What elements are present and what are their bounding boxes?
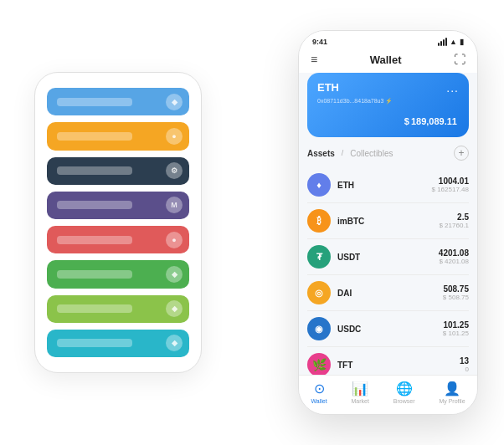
asset-name: USDC — [337, 325, 443, 334]
browser-nav-label: Browser — [393, 398, 415, 404]
list-item[interactable]: M — [47, 192, 189, 219]
phone-content: ETH ... 0x08711d3b...8418a78u3 ⚡ $189,08… — [299, 73, 477, 375]
phone-header: ≡ Wallet ⛶ — [299, 49, 477, 73]
asset-values: 4201.08 $ 4201.08 — [439, 248, 469, 265]
asset-info: USDC — [337, 325, 443, 334]
row-icon: ● — [166, 232, 183, 248]
row-icon: ◆ — [166, 94, 183, 110]
row-text — [57, 339, 132, 347]
list-item[interactable]: ◆ — [47, 88, 189, 115]
tab-assets[interactable]: Assets — [307, 149, 335, 158]
asset-name: imBTC — [337, 217, 439, 226]
usdc-icon: ◉ — [307, 317, 331, 340]
add-asset-button[interactable]: + — [454, 146, 469, 161]
table-row[interactable]: ◉ USDC 101.25 $ 101.25 — [307, 311, 469, 347]
scan-icon[interactable]: ⛶ — [454, 53, 465, 66]
wallet-nav-label: Wallet — [311, 398, 327, 404]
row-text — [57, 201, 132, 209]
row-icon: ◆ — [166, 266, 183, 283]
status-bar: 9:41 ▲ ▮ — [299, 31, 477, 49]
eth-card[interactable]: ETH ... 0x08711d3b...8418a78u3 ⚡ $189,08… — [307, 73, 469, 137]
asset-name: DAI — [337, 289, 443, 298]
wifi-icon: ▲ — [450, 38, 457, 46]
asset-name: ETH — [337, 181, 432, 190]
asset-usd: $ 508.75 — [443, 294, 469, 301]
row-icon: ⚙ — [166, 162, 183, 179]
tab-collectibles[interactable]: Collectibles — [350, 149, 393, 158]
asset-info: USDT — [337, 253, 439, 262]
asset-values: 101.25 $ 101.25 — [443, 320, 469, 337]
row-icon: ◆ — [166, 300, 183, 317]
front-phone: 9:41 ▲ ▮ ≡ Wallet ⛶ ETH — [298, 30, 478, 415]
market-nav-icon: 📊 — [352, 381, 368, 396]
asset-amount: 2.5 — [439, 212, 469, 222]
asset-amount: 1004.01 — [432, 176, 470, 186]
row-icon: ◆ — [166, 335, 183, 351]
list-item[interactable]: ◆ — [47, 260, 189, 288]
asset-usd: $ 101.25 — [443, 330, 469, 337]
asset-info: ETH — [337, 181, 432, 190]
nav-item-profile[interactable]: 👤 My Profile — [439, 381, 465, 404]
profile-nav-icon: 👤 — [444, 381, 460, 396]
nav-item-market[interactable]: 📊 Market — [352, 381, 369, 404]
wallet-nav-icon: ⊙ — [314, 381, 325, 396]
signal-icon — [438, 38, 447, 46]
asset-values: 508.75 $ 508.75 — [443, 284, 469, 301]
table-row[interactable]: 🌿 TFT 13 0 — [307, 347, 469, 375]
table-row[interactable]: ◎ DAI 508.75 $ 508.75 — [307, 275, 469, 311]
battery-icon: ▮ — [460, 38, 464, 46]
dai-icon: ◎ — [307, 281, 331, 304]
nav-item-wallet[interactable]: ⊙ Wallet — [311, 381, 327, 404]
row-text — [57, 98, 132, 106]
row-text — [57, 166, 132, 175]
list-item[interactable]: ◆ — [47, 330, 189, 357]
imbtc-icon: ₿ — [307, 209, 331, 233]
list-item[interactable]: ● — [47, 122, 189, 150]
table-row[interactable]: ♦ ETH 1004.01 $ 162517.48 — [307, 167, 469, 203]
asset-values: 13 0 — [460, 356, 469, 373]
market-nav-label: Market — [352, 398, 369, 404]
assets-tabs: Assets / Collectibles — [307, 149, 393, 158]
eth-card-title: ETH — [317, 81, 339, 94]
asset-values: 1004.01 $ 162517.48 — [432, 176, 470, 193]
list-item[interactable]: ⚙ — [47, 157, 189, 185]
asset-amount: 13 — [460, 356, 469, 366]
eth-card-balance: $189,089.11 — [317, 111, 459, 129]
menu-icon[interactable]: ≡ — [311, 53, 317, 66]
row-text — [57, 304, 132, 313]
eth-card-address: 0x08711d3b...8418a78u3 ⚡ — [317, 98, 459, 105]
asset-usd: $ 21760.1 — [439, 222, 469, 229]
row-text — [57, 270, 132, 279]
asset-usd: $ 4201.08 — [439, 258, 469, 265]
asset-info: DAI — [337, 289, 443, 298]
bottom-nav: ⊙ Wallet 📊 Market 🌐 Browser 👤 My Profile — [299, 375, 477, 414]
row-text — [57, 132, 132, 141]
asset-usd: 0 — [460, 366, 469, 373]
eth-card-top: ETH ... — [317, 81, 459, 95]
row-text — [57, 236, 132, 244]
status-time: 9:41 — [312, 38, 327, 46]
asset-values: 2.5 $ 21760.1 — [439, 212, 469, 229]
browser-nav-icon: 🌐 — [396, 381, 413, 396]
list-item[interactable]: ● — [47, 226, 189, 253]
nav-item-browser[interactable]: 🌐 Browser — [393, 381, 415, 404]
list-item[interactable]: ◆ — [47, 295, 189, 323]
asset-list: ♦ ETH 1004.01 $ 162517.48 ₿ imBTC — [307, 167, 469, 375]
asset-usd: $ 162517.48 — [432, 186, 470, 193]
page-title: Wallet — [370, 54, 402, 66]
currency-symbol: $ — [404, 116, 409, 126]
table-row[interactable]: ₿ imBTC 2.5 $ 21760.1 — [307, 203, 469, 239]
tab-divider: / — [342, 149, 344, 157]
assets-header: Assets / Collectibles + — [307, 144, 469, 162]
table-row[interactable]: ₮ USDT 4201.08 $ 4201.08 — [307, 239, 469, 275]
asset-amount: 4201.08 — [439, 248, 469, 258]
asset-name: TFT — [337, 361, 460, 370]
tft-icon: 🌿 — [307, 353, 331, 375]
asset-amount: 101.25 — [443, 320, 469, 330]
eth-card-menu[interactable]: ... — [446, 81, 459, 95]
usdt-icon: ₮ — [307, 245, 331, 269]
asset-name: USDT — [337, 253, 439, 262]
asset-info: TFT — [337, 361, 460, 370]
profile-nav-label: My Profile — [439, 398, 465, 404]
back-phone: ◆ ● ⚙ M ● ◆ ◆ ◆ — [34, 72, 202, 373]
